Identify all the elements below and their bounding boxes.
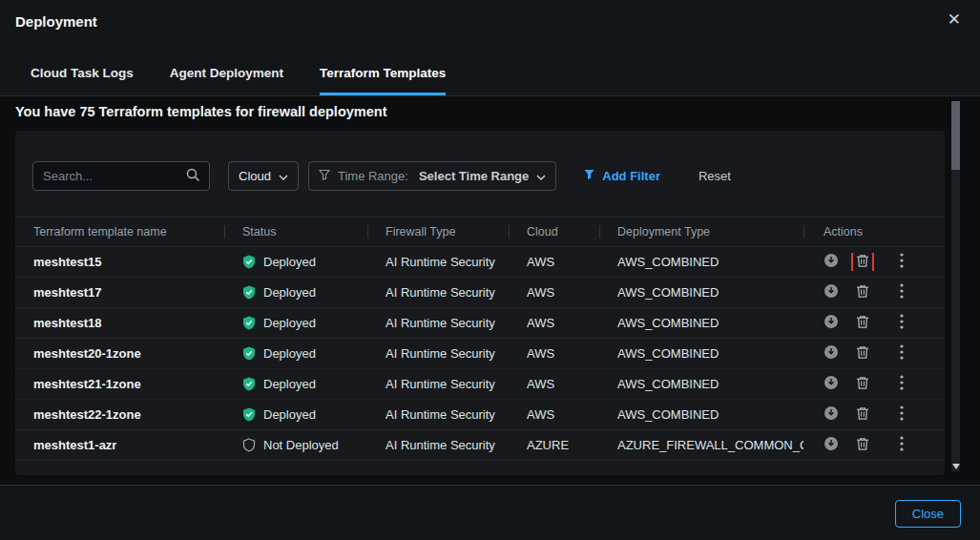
delete-button[interactable] [856, 345, 869, 363]
table-row: meshtest20-1zone Deployed AI Runtime Sec… [15, 339, 945, 369]
cloud-cell: AWS [509, 316, 599, 330]
time-range-filter-icon [319, 169, 330, 183]
time-range-label: Time Range: [338, 169, 408, 183]
firewall-type-cell: AI Runtime Security [367, 438, 509, 452]
vertical-scrollbar[interactable] [951, 101, 960, 471]
firewall-type-cell: AI Runtime Security [367, 377, 509, 391]
cloud-cell: AWS [509, 377, 599, 391]
modal-title: Deployment [15, 13, 97, 30]
reset-button[interactable]: Reset [699, 169, 731, 183]
status-label: Deployed [263, 316, 316, 330]
deployed-shield-icon [242, 285, 256, 300]
search-icon [186, 168, 199, 185]
kebab-menu-icon [900, 375, 904, 393]
firewall-type-cell: AI Runtime Security [367, 316, 509, 330]
template-name-cell: meshtest17 [15, 285, 224, 300]
more-actions-button[interactable] [900, 375, 904, 393]
download-icon [824, 405, 839, 424]
delete-button[interactable] [856, 437, 869, 454]
more-actions-button[interactable] [900, 436, 904, 454]
add-filter-button[interactable]: Add Filter [583, 169, 660, 183]
table-body: meshtest15 Deployed AI Runtime Security … [15, 247, 945, 461]
download-button[interactable] [824, 253, 839, 271]
trash-icon [856, 376, 869, 393]
search-box[interactable] [32, 161, 210, 191]
table-row: meshtest21-1zone Deployed AI Runtime Sec… [15, 369, 945, 400]
templates-panel: Cloud Time Range: Select Time Range Add … [15, 131, 945, 475]
scroll-down-arrow-icon[interactable] [952, 464, 960, 469]
template-name-cell: meshtest21-1zone [15, 377, 224, 391]
download-icon [824, 344, 839, 363]
cloud-cell: AWS [509, 407, 599, 422]
download-icon [824, 375, 839, 393]
firewall-type-cell: AI Runtime Security [367, 285, 509, 300]
download-button[interactable] [824, 375, 839, 393]
cloud-cell: AWS [509, 346, 599, 361]
download-button[interactable] [824, 344, 839, 363]
delete-button[interactable] [856, 376, 869, 393]
chevron-down-icon [279, 169, 288, 183]
more-actions-button[interactable] [900, 314, 904, 332]
status-label: Deployed [263, 407, 316, 422]
delete-button[interactable] [856, 406, 869, 424]
scrollbar-thumb[interactable] [951, 101, 960, 170]
actions-cell [803, 375, 945, 393]
filter-icon [583, 169, 595, 183]
column-header-deployment-type: Deployment Type [599, 225, 803, 239]
deployed-shield-icon [242, 377, 256, 391]
more-actions-button[interactable] [900, 405, 904, 424]
chevron-down-icon [536, 169, 546, 183]
tab-agent-deployment[interactable]: Agent Deployment [170, 66, 283, 95]
firewall-type-cell: AI Runtime Security [367, 407, 509, 422]
download-button[interactable] [824, 314, 839, 332]
actions-cell [803, 253, 945, 271]
status-label: Deployed [263, 255, 316, 269]
status-cell: Deployed [224, 346, 367, 361]
deployed-shield-icon [242, 255, 256, 269]
column-header-actions: Actions [803, 225, 945, 239]
deployed-shield-icon [242, 407, 256, 422]
column-header-template-name: Terraform template name [15, 225, 224, 239]
search-input[interactable] [43, 169, 186, 183]
deployment-type-cell: AWS_COMBINED [599, 285, 803, 300]
filter-bar: Cloud Time Range: Select Time Range Add … [15, 131, 945, 191]
more-actions-button[interactable] [900, 344, 904, 363]
status-label: Deployed [263, 346, 316, 361]
table-row: meshtest18 Deployed AI Runtime Security … [15, 308, 945, 339]
deployment-type-cell: AZURE_FIREWALL_COMMON_CENTRAL [599, 438, 803, 452]
actions-cell [803, 436, 945, 454]
status-cell: Deployed [224, 316, 367, 330]
status-cell: Not Deployed [224, 438, 367, 452]
tab-terraform-templates[interactable]: Terraform Templates [320, 66, 446, 95]
close-button[interactable]: Close [895, 500, 961, 528]
cloud-dropdown[interactable]: Cloud [228, 161, 299, 191]
cloud-cell: AWS [509, 285, 599, 300]
actions-cell [803, 283, 945, 301]
status-label: Deployed [263, 377, 316, 391]
delete-button[interactable] [856, 315, 869, 332]
tab-cloud-task-logs[interactable]: Cloud Task Logs [31, 66, 134, 95]
more-actions-button[interactable] [900, 253, 904, 271]
close-icon[interactable]: ✕ [948, 11, 961, 28]
download-button[interactable] [824, 405, 839, 424]
add-filter-label: Add Filter [602, 169, 660, 183]
delete-button[interactable] [856, 254, 869, 271]
template-name-cell: meshtest18 [15, 316, 224, 330]
trash-icon [856, 254, 869, 271]
tab-bar: Cloud Task Logs Agent Deployment Terrafo… [31, 66, 446, 95]
not-deployed-shield-icon [242, 438, 256, 452]
time-range-dropdown[interactable]: Time Range: Select Time Range [308, 161, 556, 191]
download-button[interactable] [824, 283, 839, 301]
more-actions-button[interactable] [900, 283, 904, 301]
download-icon [824, 314, 839, 332]
column-header-status: Status [224, 225, 367, 239]
delete-button[interactable] [856, 284, 869, 301]
cloud-dropdown-value: Cloud [239, 169, 271, 183]
download-button[interactable] [824, 436, 839, 454]
download-icon [824, 253, 839, 271]
actions-cell [803, 314, 945, 332]
template-name-cell: meshtest1-azr [15, 438, 224, 452]
trash-icon [856, 345, 869, 363]
table-row: meshtest1-azr Not Deployed AI Runtime Se… [15, 430, 945, 461]
modal-footer: Close [0, 485, 980, 540]
